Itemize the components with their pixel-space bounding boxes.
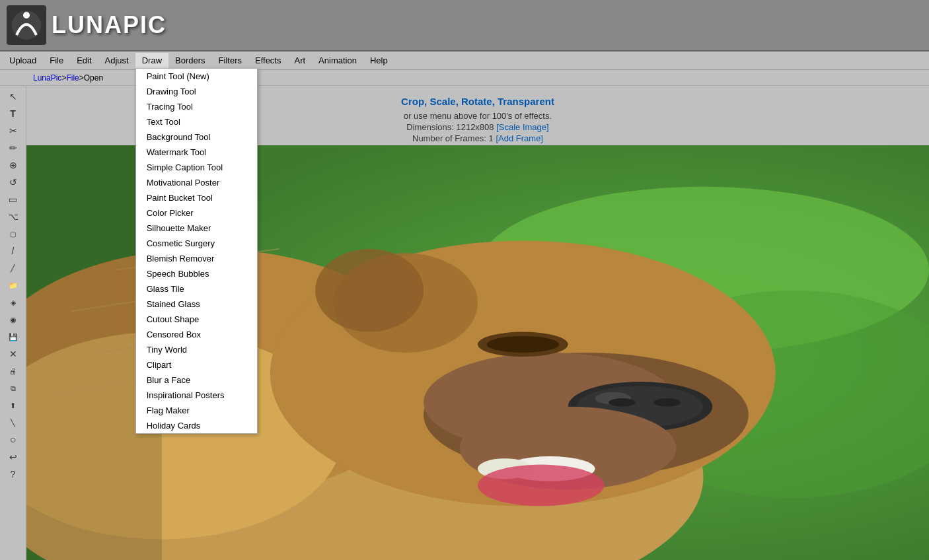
tool-line[interactable]: ╱ [3, 260, 23, 276]
svg-point-28 [315, 249, 424, 332]
tool-scissors[interactable]: ✂ [3, 123, 23, 139]
tool-copy[interactable]: ⧉ [3, 380, 23, 396]
menu-item-edit[interactable]: Edit [70, 53, 98, 68]
logo-icon [7, 5, 46, 45]
svg-point-15 [653, 398, 681, 407]
draw-menu-tiny-world[interactable]: Tiny World [136, 342, 257, 357]
tool-pencil[interactable]: ✏ [3, 140, 23, 156]
draw-menu-paint-tool-new[interactable]: Paint Tool (New) [136, 69, 257, 84]
svg-point-21 [478, 465, 604, 507]
logo-text: LUNAPIC [52, 11, 167, 39]
menu-item-art[interactable]: Art [287, 53, 312, 68]
draw-menu-silhouette-maker[interactable]: Silhouette Maker [136, 221, 257, 236]
menu-file[interactable]: File [43, 53, 70, 68]
menu-item-adjust[interactable]: Adjust [98, 53, 135, 68]
menu-item-file[interactable]: File [43, 53, 70, 68]
breadcrumb-lunapic[interactable]: LunaPic [33, 73, 61, 83]
scale-link[interactable]: Scale [429, 96, 455, 107]
menu-adjust[interactable]: Adjust [98, 53, 135, 68]
header: LUNAPIC [0, 0, 929, 52]
transparent-link[interactable]: Transparent [498, 96, 554, 107]
draw-menu-blemish-remover[interactable]: Blemish Remover [136, 251, 257, 266]
menu-item-filters[interactable]: Filters [212, 53, 248, 68]
tool-circle[interactable]: ○ [3, 432, 23, 448]
tool-folder[interactable]: 📁 [3, 277, 23, 293]
svg-point-1 [23, 12, 30, 18]
draw-menu-stained-glass[interactable]: Stained Glass [136, 297, 257, 312]
draw-menu-text-tool[interactable]: Text Tool [136, 114, 257, 129]
draw-menu-watermark-tool[interactable]: Watermark Tool [136, 145, 257, 160]
menu-help[interactable]: Help [363, 53, 394, 68]
draw-menu-censored-box[interactable]: Censored Box [136, 327, 257, 342]
draw-menu-flag-maker[interactable]: Flag Maker [136, 403, 257, 418]
tool-rotate[interactable]: ↺ [3, 174, 23, 190]
tool-fill[interactable]: ◈ [3, 295, 23, 310]
breadcrumb-open: Open [84, 73, 103, 83]
draw-menu-speech-bubbles[interactable]: Speech Bubbles [136, 266, 257, 281]
tool-close[interactable]: ✕ [3, 346, 23, 362]
menu-item-borders[interactable]: Borders [168, 53, 212, 68]
svg-point-14 [609, 398, 636, 407]
tool-brush[interactable]: / [3, 243, 23, 259]
tool-text[interactable]: T [3, 106, 23, 122]
draw-menu-inspirational-posters[interactable]: Inspirational Posters [136, 388, 257, 403]
draw-menu-cutout-shape[interactable]: Cutout Shape [136, 312, 257, 327]
menu-borders[interactable]: Borders [168, 53, 212, 68]
draw-menu-drawing-tool[interactable]: Drawing Tool [136, 84, 257, 99]
menu-art[interactable]: Art [287, 53, 312, 68]
svg-point-17 [487, 336, 559, 353]
scale-image-link[interactable]: [Scale Image] [496, 122, 549, 132]
draw-menu-background-tool[interactable]: Background Tool [136, 129, 257, 145]
tool-save[interactable]: 💾 [3, 329, 23, 345]
add-frame-link[interactable]: [Add Frame] [496, 133, 543, 143]
draw-menu-clipart[interactable]: Clipart [136, 357, 257, 372]
draw-menu-cosmetic-surgery[interactable]: Cosmetic Surgery [136, 236, 257, 251]
menu-edit[interactable]: Edit [70, 53, 98, 68]
menu-draw[interactable]: Draw Paint Tool (New) Drawing Tool Traci… [135, 53, 168, 68]
draw-dropdown: Paint Tool (New) Drawing Tool Tracing To… [135, 68, 258, 434]
menu-effects[interactable]: Effects [248, 53, 288, 68]
draw-menu-color-picker[interactable]: Color Picker [136, 205, 257, 221]
toolbar: ↖ T ✂ ✏ ⊕ ↺ ▭ ⌥ ▢ / ╱ 📁 ◈ ◉ 💾 ✕ 🖨 ⧉ ⬆ ╲ … [0, 86, 26, 560]
menu-item-upload[interactable]: Upload [3, 53, 43, 68]
menu-item-draw[interactable]: Draw [135, 53, 168, 68]
tool-select-rect[interactable]: ▭ [3, 192, 23, 207]
breadcrumb-file[interactable]: File [66, 73, 79, 83]
tool-cursor[interactable]: ↖ [3, 88, 23, 104]
menu-animation[interactable]: Animation [312, 53, 363, 68]
menu-item-effects[interactable]: Effects [248, 53, 288, 68]
draw-menu-blur-face[interactable]: Blur a Face [136, 372, 257, 388]
tool-diagonal[interactable]: ╲ [3, 415, 23, 431]
menu-filters[interactable]: Filters [212, 53, 248, 68]
tool-magnify[interactable]: ⊕ [3, 157, 23, 173]
draw-menu-simple-caption-tool[interactable]: Simple Caption Tool [136, 160, 257, 175]
tool-eraser[interactable]: ▢ [3, 226, 23, 242]
menu-item-animation[interactable]: Animation [312, 53, 363, 68]
rotate-link[interactable]: Rotate [461, 96, 492, 107]
tool-undo[interactable]: ↩ [3, 449, 23, 465]
tool-wand[interactable]: ⌥ [3, 209, 23, 225]
draw-menu-paint-bucket-tool[interactable]: Paint Bucket Tool [136, 190, 257, 205]
draw-menu-tracing-tool[interactable]: Tracing Tool [136, 99, 257, 114]
draw-menu-holiday-cards[interactable]: Holiday Cards [136, 418, 257, 433]
tool-help[interactable]: ? [3, 466, 23, 482]
menu-item-help[interactable]: Help [363, 53, 394, 68]
draw-menu-motivational-poster[interactable]: Motivational Poster [136, 175, 257, 190]
crop-link[interactable]: Crop [401, 96, 424, 107]
menu-upload[interactable]: Upload [3, 53, 43, 68]
tool-share[interactable]: ⬆ [3, 398, 23, 413]
draw-menu-glass-tile[interactable]: Glass Tile [136, 281, 257, 297]
logo-area: LUNAPIC [7, 5, 167, 45]
tool-print[interactable]: 🖨 [3, 363, 23, 379]
tool-stamp[interactable]: ◉ [3, 312, 23, 328]
menubar: Upload File Edit Adjust Draw Paint Tool … [0, 52, 929, 70]
